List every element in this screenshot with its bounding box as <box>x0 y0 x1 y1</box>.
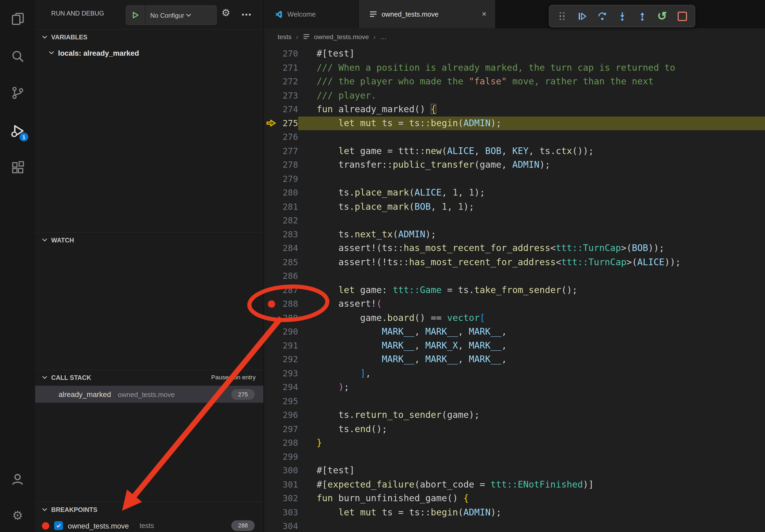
code-line-280[interactable]: 280 ts.place_mark(ALICE, 1, 1); <box>264 186 765 199</box>
glyph-margin[interactable] <box>264 241 279 255</box>
more-actions-icon[interactable] <box>242 14 251 16</box>
code-text[interactable]: transfer::public_transfer(game, ADMIN); <box>298 158 765 172</box>
glyph-margin[interactable] <box>264 269 279 283</box>
code-text[interactable]: #[expected_failure(abort_code = ttt::ENo… <box>298 478 765 492</box>
glyph-margin[interactable] <box>264 158 279 172</box>
glyph-margin[interactable] <box>264 339 279 353</box>
variables-section-header[interactable]: VARIABLES <box>35 29 264 44</box>
code-text[interactable]: ts.place_mark(BOB, 1, 1); <box>298 199 765 213</box>
glyph-margin[interactable] <box>264 89 279 102</box>
debug-current-line-icon[interactable] <box>264 116 279 130</box>
code-text[interactable]: let game = ttt::new(ALICE, BOB, KEY, ts.… <box>298 144 765 158</box>
code-text[interactable]: ts.place_mark(ALICE, 1, 1); <box>298 186 765 199</box>
tab-owned-tests-move[interactable]: owned_tests.move × <box>359 0 495 28</box>
code-line-287[interactable]: 287 let game: ttt::Game = ts.take_from_s… <box>264 283 765 297</box>
glyph-margin[interactable] <box>264 408 279 422</box>
code-line-274[interactable]: 274fun already_marked() { <box>264 102 765 116</box>
glyph-margin[interactable] <box>264 436 279 450</box>
code-text[interactable] <box>298 130 765 144</box>
glyph-margin[interactable] <box>264 61 279 75</box>
code-line-272[interactable]: 272/// the player who made the "false" m… <box>264 75 765 89</box>
restart-button[interactable]: ↺ <box>654 8 670 24</box>
debug-config-dropdown[interactable]: No Configur <box>126 5 217 25</box>
glyph-margin[interactable] <box>264 213 279 227</box>
code-line-276[interactable]: 276 <box>264 130 765 144</box>
code-line-277[interactable]: 277 let game = ttt::new(ALICE, BOB, KEY,… <box>264 144 765 158</box>
glyph-margin[interactable] <box>264 186 279 199</box>
glyph-margin[interactable] <box>264 422 279 436</box>
continue-button[interactable] <box>574 8 590 24</box>
glyph-margin[interactable] <box>264 311 279 325</box>
step-into-button[interactable] <box>614 8 630 24</box>
glyph-margin[interactable] <box>264 172 279 186</box>
extensions-icon[interactable] <box>7 156 28 178</box>
glyph-margin[interactable] <box>264 255 279 269</box>
glyph-margin[interactable] <box>264 353 279 367</box>
code-text[interactable]: MARK__, MARK_X, MARK__, <box>298 339 765 353</box>
glyph-margin[interactable] <box>264 130 279 144</box>
code-text[interactable]: assert!(ts::has_most_recent_for_address<… <box>298 241 765 255</box>
code-line-293[interactable]: 293 ], <box>264 367 765 381</box>
code-line-283[interactable]: 283 ts.next_tx(ADMIN); <box>264 227 765 241</box>
code-line-295[interactable]: 295 <box>264 394 765 408</box>
breadcrumb-item-file[interactable]: owned_tests.move <box>314 33 369 40</box>
glyph-margin[interactable] <box>264 102 279 116</box>
glyph-margin[interactable] <box>264 199 279 213</box>
accounts-icon[interactable] <box>7 468 28 490</box>
tab-welcome[interactable]: Welcome <box>264 0 359 28</box>
code-text[interactable]: /// player. <box>298 89 765 102</box>
code-text[interactable]: assert!( <box>298 297 765 311</box>
glyph-margin[interactable] <box>264 519 279 532</box>
code-line-285[interactable]: 285 assert!(!ts::has_most_recent_for_add… <box>264 255 765 269</box>
code-line-271[interactable]: 271/// When a position is already marked… <box>264 61 765 75</box>
step-out-button[interactable] <box>634 8 650 24</box>
glyph-margin[interactable] <box>264 325 279 339</box>
code-line-302[interactable]: 302fun burn_unfinished_game() { <box>264 492 765 505</box>
code-text[interactable]: let mut ts = ts::begin(ADMIN); <box>298 116 765 130</box>
code-line-278[interactable]: 278 transfer::public_transfer(game, ADMI… <box>264 158 765 172</box>
code-text[interactable]: game.board() == vector[ <box>298 311 765 325</box>
stop-button[interactable] <box>674 8 690 24</box>
glyph-margin[interactable] <box>264 47 279 61</box>
code-text[interactable]: ); <box>298 381 765 394</box>
code-text[interactable] <box>298 213 765 227</box>
glyph-margin[interactable] <box>264 394 279 408</box>
code-line-294[interactable]: 294 ); <box>264 381 765 394</box>
code-line-297[interactable]: 297 ts.end(); <box>264 422 765 436</box>
code-text[interactable] <box>298 519 765 532</box>
code-text[interactable]: let game: ttt::Game = ts.take_from_sende… <box>298 283 765 297</box>
code-line-298[interactable]: 298} <box>264 436 765 450</box>
code-text[interactable] <box>298 394 765 408</box>
glyph-margin[interactable] <box>264 144 279 158</box>
step-over-button[interactable] <box>594 8 610 24</box>
code-line-289[interactable]: 289 game.board() == vector[ <box>264 311 765 325</box>
glyph-margin[interactable] <box>264 505 279 519</box>
start-debug-icon[interactable] <box>126 6 145 24</box>
glyph-margin[interactable] <box>264 367 279 381</box>
source-control-icon[interactable] <box>7 82 28 104</box>
settings-gear-icon[interactable]: ⚙ <box>7 505 28 526</box>
run-and-debug-icon[interactable]: 1 <box>7 120 28 141</box>
code-text[interactable]: fun burn_unfinished_game() { <box>298 492 765 505</box>
debug-settings-gear-icon[interactable]: ⚙ <box>222 8 230 17</box>
code-line-300[interactable]: 300#[test] <box>264 464 765 478</box>
breakpoint-enabled-checkbox[interactable] <box>54 521 63 530</box>
code-text[interactable]: ts.next_tx(ADMIN); <box>298 227 765 241</box>
code-text[interactable]: let mut ts = ts::begin(ADMIN); <box>298 505 765 519</box>
code-line-296[interactable]: 296 ts.return_to_sender(game); <box>264 408 765 422</box>
code-text[interactable] <box>298 269 765 283</box>
variables-scope-locals[interactable]: locals: already_marked <box>35 45 264 60</box>
code-line-279[interactable]: 279 <box>264 172 765 186</box>
code-text[interactable]: ts.return_to_sender(game); <box>298 408 765 422</box>
code-line-275[interactable]: 275 let mut ts = ts::begin(ADMIN); <box>264 116 765 130</box>
call-stack-section-header[interactable]: CALL STACK Paused on entry <box>35 370 264 385</box>
code-text[interactable]: MARK__, MARK__, MARK__, <box>298 353 765 367</box>
glyph-margin[interactable] <box>264 283 279 297</box>
code-line-288[interactable]: 288 assert!( <box>264 297 765 311</box>
code-line-301[interactable]: 301#[expected_failure(abort_code = ttt::… <box>264 478 765 492</box>
code-line-284[interactable]: 284 assert!(ts::has_most_recent_for_addr… <box>264 241 765 255</box>
code-text[interactable]: /// When a position is already marked, t… <box>298 61 765 75</box>
explorer-icon[interactable] <box>7 8 28 29</box>
toolbar-drag-handle[interactable] <box>554 8 570 24</box>
breadcrumb-item-ellipsis[interactable]: … <box>380 33 387 40</box>
